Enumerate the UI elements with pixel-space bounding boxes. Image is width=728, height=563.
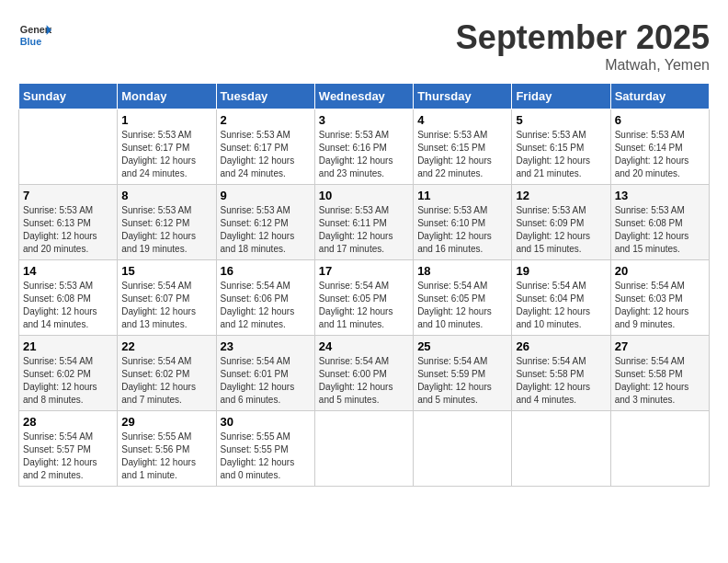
calendar-table: SundayMondayTuesdayWednesdayThursdayFrid… xyxy=(18,83,710,487)
day-number: 7 xyxy=(23,189,113,202)
calendar-cell: 15Sunrise: 5:54 AM Sunset: 6:07 PM Dayli… xyxy=(118,260,216,336)
day-number: 20 xyxy=(615,264,705,278)
calendar-cell: 30Sunrise: 5:55 AM Sunset: 5:55 PM Dayli… xyxy=(216,411,314,487)
weekday-header: Saturday xyxy=(610,84,709,109)
weekday-header: Sunday xyxy=(19,84,118,109)
day-info: Sunrise: 5:53 AM Sunset: 6:15 PM Dayligh… xyxy=(516,129,606,180)
day-info: Sunrise: 5:54 AM Sunset: 5:58 PM Dayligh… xyxy=(516,355,606,407)
calendar-cell: 10Sunrise: 5:53 AM Sunset: 6:11 PM Dayli… xyxy=(314,185,413,260)
day-number: 29 xyxy=(121,415,211,429)
day-number: 15 xyxy=(121,264,211,278)
day-number: 1 xyxy=(121,113,211,127)
calendar-cell: 4Sunrise: 5:53 AM Sunset: 6:15 PM Daylig… xyxy=(414,109,512,185)
logo-icon: General Blue xyxy=(18,18,51,52)
day-info: Sunrise: 5:53 AM Sunset: 6:17 PM Dayligh… xyxy=(221,129,311,180)
day-number: 14 xyxy=(23,264,113,278)
calendar-cell: 20Sunrise: 5:54 AM Sunset: 6:03 PM Dayli… xyxy=(610,260,709,336)
day-info: Sunrise: 5:53 AM Sunset: 6:09 PM Dayligh… xyxy=(516,204,606,256)
calendar-cell xyxy=(19,109,118,185)
day-info: Sunrise: 5:53 AM Sunset: 6:13 PM Dayligh… xyxy=(23,204,113,256)
calendar-week-row: 28Sunrise: 5:54 AM Sunset: 5:57 PM Dayli… xyxy=(19,411,710,487)
logo: General Blue xyxy=(18,18,51,52)
day-number: 18 xyxy=(417,264,507,278)
day-info: Sunrise: 5:54 AM Sunset: 6:06 PM Dayligh… xyxy=(221,280,311,331)
day-info: Sunrise: 5:53 AM Sunset: 6:12 PM Dayligh… xyxy=(221,204,311,256)
day-info: Sunrise: 5:53 AM Sunset: 6:14 PM Dayligh… xyxy=(615,129,705,180)
day-number: 3 xyxy=(319,113,409,127)
calendar-week-row: 14Sunrise: 5:53 AM Sunset: 6:08 PM Dayli… xyxy=(19,260,710,336)
day-number: 30 xyxy=(221,415,311,429)
calendar-cell: 18Sunrise: 5:54 AM Sunset: 6:05 PM Dayli… xyxy=(414,260,512,336)
day-info: Sunrise: 5:54 AM Sunset: 6:02 PM Dayligh… xyxy=(23,355,113,407)
calendar-cell: 19Sunrise: 5:54 AM Sunset: 6:04 PM Dayli… xyxy=(512,260,610,336)
day-number: 16 xyxy=(221,264,311,278)
day-number: 23 xyxy=(221,339,311,353)
calendar-cell: 6Sunrise: 5:53 AM Sunset: 6:14 PM Daylig… xyxy=(610,109,709,185)
day-number: 12 xyxy=(516,189,606,202)
calendar-header: SundayMondayTuesdayWednesdayThursdayFrid… xyxy=(19,84,710,109)
day-info: Sunrise: 5:54 AM Sunset: 6:05 PM Dayligh… xyxy=(417,280,507,331)
day-number: 27 xyxy=(615,339,705,353)
day-info: Sunrise: 5:54 AM Sunset: 6:07 PM Dayligh… xyxy=(121,280,211,331)
day-info: Sunrise: 5:53 AM Sunset: 6:12 PM Dayligh… xyxy=(121,204,211,256)
day-number: 28 xyxy=(23,415,113,429)
page-header: General Blue September 2025 Matwah, Yeme… xyxy=(18,18,710,74)
day-info: Sunrise: 5:53 AM Sunset: 6:15 PM Dayligh… xyxy=(417,129,507,180)
day-number: 24 xyxy=(319,339,409,353)
calendar-body: 1Sunrise: 5:53 AM Sunset: 6:17 PM Daylig… xyxy=(19,109,710,487)
day-number: 26 xyxy=(516,339,606,353)
weekday-header: Thursday xyxy=(414,84,512,109)
calendar-cell: 21Sunrise: 5:54 AM Sunset: 6:02 PM Dayli… xyxy=(19,336,118,411)
weekday-header: Wednesday xyxy=(314,84,413,109)
calendar-cell: 14Sunrise: 5:53 AM Sunset: 6:08 PM Dayli… xyxy=(19,260,118,336)
calendar-cell: 13Sunrise: 5:53 AM Sunset: 6:08 PM Dayli… xyxy=(610,185,709,260)
calendar-cell: 28Sunrise: 5:54 AM Sunset: 5:57 PM Dayli… xyxy=(19,411,118,487)
day-info: Sunrise: 5:54 AM Sunset: 6:03 PM Dayligh… xyxy=(615,280,705,331)
day-number: 21 xyxy=(23,339,113,353)
calendar-cell: 8Sunrise: 5:53 AM Sunset: 6:12 PM Daylig… xyxy=(118,185,216,260)
calendar-cell: 25Sunrise: 5:54 AM Sunset: 5:59 PM Dayli… xyxy=(414,336,512,411)
day-info: Sunrise: 5:53 AM Sunset: 6:17 PM Dayligh… xyxy=(121,129,211,180)
day-info: Sunrise: 5:54 AM Sunset: 6:01 PM Dayligh… xyxy=(221,355,311,407)
calendar-cell: 24Sunrise: 5:54 AM Sunset: 6:00 PM Dayli… xyxy=(314,336,413,411)
calendar-cell: 23Sunrise: 5:54 AM Sunset: 6:01 PM Dayli… xyxy=(216,336,314,411)
day-number: 11 xyxy=(417,189,507,202)
day-info: Sunrise: 5:54 AM Sunset: 6:05 PM Dayligh… xyxy=(319,280,409,331)
svg-text:Blue: Blue xyxy=(20,36,41,47)
calendar-cell: 17Sunrise: 5:54 AM Sunset: 6:05 PM Dayli… xyxy=(314,260,413,336)
calendar-cell: 22Sunrise: 5:54 AM Sunset: 6:02 PM Dayli… xyxy=(118,336,216,411)
weekday-header: Tuesday xyxy=(216,84,314,109)
weekday-header: Friday xyxy=(512,84,610,109)
calendar-week-row: 7Sunrise: 5:53 AM Sunset: 6:13 PM Daylig… xyxy=(19,185,710,260)
day-number: 8 xyxy=(121,189,211,202)
calendar-cell: 2Sunrise: 5:53 AM Sunset: 6:17 PM Daylig… xyxy=(216,109,314,185)
day-number: 19 xyxy=(516,264,606,278)
day-info: Sunrise: 5:55 AM Sunset: 5:55 PM Dayligh… xyxy=(221,431,311,482)
day-info: Sunrise: 5:53 AM Sunset: 6:16 PM Dayligh… xyxy=(319,129,409,180)
day-info: Sunrise: 5:53 AM Sunset: 6:08 PM Dayligh… xyxy=(615,204,705,256)
day-info: Sunrise: 5:54 AM Sunset: 6:04 PM Dayligh… xyxy=(516,280,606,331)
day-info: Sunrise: 5:53 AM Sunset: 6:11 PM Dayligh… xyxy=(319,204,409,256)
day-number: 22 xyxy=(121,339,211,353)
day-info: Sunrise: 5:53 AM Sunset: 6:10 PM Dayligh… xyxy=(417,204,507,256)
calendar-cell: 9Sunrise: 5:53 AM Sunset: 6:12 PM Daylig… xyxy=(216,185,314,260)
day-info: Sunrise: 5:54 AM Sunset: 6:00 PM Dayligh… xyxy=(319,355,409,407)
calendar-week-row: 21Sunrise: 5:54 AM Sunset: 6:02 PM Dayli… xyxy=(19,336,710,411)
day-info: Sunrise: 5:55 AM Sunset: 5:56 PM Dayligh… xyxy=(121,431,211,482)
calendar-cell xyxy=(610,411,709,487)
calendar-cell: 7Sunrise: 5:53 AM Sunset: 6:13 PM Daylig… xyxy=(19,185,118,260)
calendar-cell: 1Sunrise: 5:53 AM Sunset: 6:17 PM Daylig… xyxy=(118,109,216,185)
day-info: Sunrise: 5:54 AM Sunset: 6:02 PM Dayligh… xyxy=(121,355,211,407)
day-number: 17 xyxy=(319,264,409,278)
calendar-cell: 12Sunrise: 5:53 AM Sunset: 6:09 PM Dayli… xyxy=(512,185,610,260)
calendar-cell xyxy=(512,411,610,487)
calendar-cell xyxy=(314,411,413,487)
calendar-cell: 3Sunrise: 5:53 AM Sunset: 6:16 PM Daylig… xyxy=(314,109,413,185)
calendar-cell: 27Sunrise: 5:54 AM Sunset: 5:58 PM Dayli… xyxy=(610,336,709,411)
location: Matwah, Yemen xyxy=(456,57,710,74)
day-number: 10 xyxy=(319,189,409,202)
title-block: September 2025 Matwah, Yemen xyxy=(456,18,710,74)
month-title: September 2025 xyxy=(456,18,710,57)
calendar-cell: 11Sunrise: 5:53 AM Sunset: 6:10 PM Dayli… xyxy=(414,185,512,260)
day-number: 13 xyxy=(615,189,705,202)
